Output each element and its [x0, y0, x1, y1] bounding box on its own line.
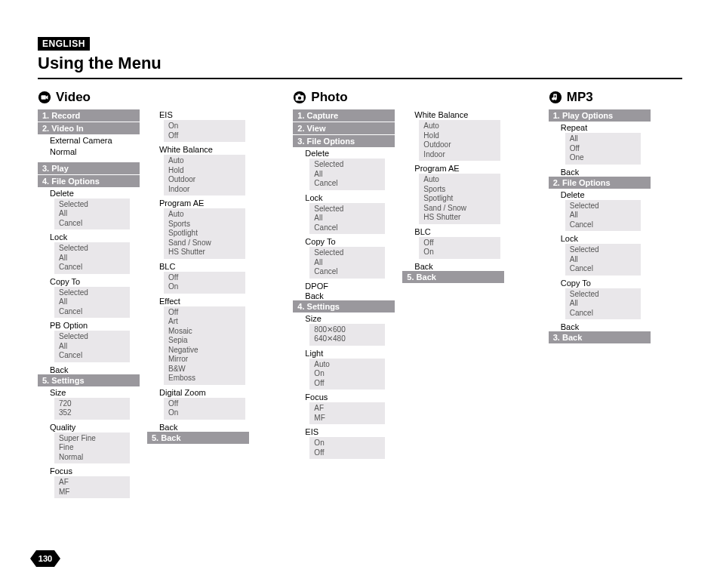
label-delete: Delete	[38, 188, 140, 198]
menu-play: 3. Play	[38, 162, 140, 174]
label-delete: Delete	[549, 189, 651, 199]
menu-play-options: 1. Play Options	[549, 109, 651, 122]
opts-program-ae: AutoSportsSpotlightSand / SnowHS Shutter	[419, 174, 500, 224]
label-digital-zoom: Digital Zoom	[147, 387, 249, 397]
label-lock: Lock	[549, 233, 651, 243]
label-copyto: Copy To	[549, 278, 651, 288]
label-light: Light	[293, 348, 395, 358]
music-note-icon	[549, 91, 562, 104]
menu-capture: 1. Capture	[293, 109, 395, 122]
video-in-opt: External Camera	[38, 135, 140, 146]
svg-rect-1	[42, 95, 46, 99]
opts-copyto: SelectedAllCancel	[54, 287, 130, 319]
menu-back: 3. Back	[549, 331, 651, 343]
menu-settings: 5. Settings	[38, 374, 140, 386]
mp3-col: 1. Play Options Repeat AllOffOne Back 2.…	[549, 109, 651, 343]
label-copyto: Copy To	[293, 236, 395, 246]
menu-record: 1. Record	[38, 109, 140, 122]
sections-row: Video 1. Record 2. Video In External Cam…	[38, 90, 682, 500]
opts-digital-zoom: OffOn	[164, 398, 245, 420]
opts-focus: AFMF	[54, 476, 130, 498]
opts-eis: OnOff	[164, 120, 245, 142]
opts-blc: OffOn	[419, 237, 500, 259]
camera-icon	[293, 91, 306, 104]
label-blc: BLC	[147, 261, 249, 271]
svg-rect-4	[298, 94, 301, 97]
label-program-ae: Program AE	[402, 163, 504, 173]
photo-col-1: 1. Capture 2. View 3. File Options Delet…	[293, 109, 395, 461]
section-mp3: MP3 1. Play Options Repeat AllOffOne Bac…	[549, 90, 682, 500]
opts-wb: AutoHoldOutdoorIndoor	[419, 120, 500, 161]
opts-copyto: SelectedAllCancel	[309, 247, 385, 279]
svg-text:130: 130	[38, 554, 52, 563]
label-wb: White Balance	[402, 109, 504, 119]
opts-lock: SelectedAllCancel	[309, 203, 385, 235]
label-back: Back	[402, 261, 504, 271]
label-size: Size	[293, 313, 395, 323]
opts-copyto: SelectedAllCancel	[565, 288, 641, 320]
menu-file-options: 3. File Options	[293, 135, 395, 147]
opts-focus: AFMF	[309, 402, 385, 424]
label-back: Back	[293, 291, 395, 300]
label-back: Back	[147, 422, 249, 432]
opts-repeat: AllOffOne	[565, 133, 641, 165]
label-lock: Lock	[38, 232, 140, 242]
menu-back: 5. Back	[147, 432, 249, 444]
menu-video-in: 2. Video In	[38, 122, 140, 134]
menu-view: 2. View	[293, 122, 395, 134]
mp3-title: MP3	[567, 90, 593, 105]
section-video: Video 1. Record 2. Video In External Cam…	[38, 90, 281, 500]
label-focus: Focus	[293, 392, 395, 402]
menu-settings: 4. Settings	[293, 300, 395, 312]
opts-lock: SelectedAllCancel	[54, 242, 130, 274]
menu-file-options: 2. File Options	[549, 177, 651, 189]
opts-wb: AutoHoldOutdoorIndoor	[164, 155, 245, 195]
label-back: Back	[549, 322, 651, 331]
label-pboption: PB Option	[38, 320, 140, 330]
photo-col-2: White Balance AutoHoldOutdoorIndoor Prog…	[402, 109, 504, 461]
opts-blc: OffOn	[164, 272, 245, 294]
label-quality: Quality	[38, 422, 140, 432]
label-delete: Delete	[293, 148, 395, 158]
section-photo: Photo 1. Capture 2. View 3. File Options…	[293, 90, 536, 500]
label-program-ae: Program AE	[147, 198, 249, 208]
opts-size: 800✕600640✕480	[309, 324, 385, 346]
opts-quality: Super FineFineNormal	[54, 433, 130, 464]
video-col-1: 1. Record 2. Video In External Camera No…	[38, 109, 140, 500]
label-size: Size	[38, 387, 140, 397]
video-icon	[38, 91, 51, 104]
video-col-2: EIS OnOff White Balance AutoHoldOutdoorI…	[147, 109, 249, 500]
label-focus: Focus	[38, 466, 140, 476]
menu-back: 5. Back	[402, 271, 504, 283]
label-blc: BLC	[402, 226, 504, 236]
mp3-header: MP3	[549, 90, 682, 105]
page-number: 130	[30, 550, 60, 570]
photo-header: Photo	[293, 90, 536, 105]
svg-point-6	[549, 91, 562, 103]
label-repeat: Repeat	[549, 122, 651, 132]
video-title: Video	[56, 90, 91, 105]
page-title: Using the Menu	[38, 51, 682, 79]
label-copyto: Copy To	[38, 276, 140, 286]
opts-lock: SelectedAllCancel	[565, 244, 641, 276]
video-header: Video	[38, 90, 281, 105]
label-eis: EIS	[293, 426, 395, 436]
svg-point-5	[298, 97, 301, 100]
language-badge: ENGLISH	[38, 37, 90, 51]
video-in-opt: Normal	[38, 146, 140, 158]
label-wb: White Balance	[147, 144, 249, 154]
opts-effect: OffArtMosaicSepiaNegativeMirrorB&WEmboss	[164, 306, 245, 385]
opts-delete: SelectedAllCancel	[54, 199, 130, 230]
label-effect: Effect	[147, 296, 249, 306]
opts-light: AutoOnOff	[309, 359, 385, 390]
label-back: Back	[549, 167, 651, 177]
opts-program-ae: AutoSportsSpotlightSand / SnowHS Shutter	[164, 208, 245, 259]
photo-title: Photo	[311, 90, 347, 105]
label-back: Back	[38, 365, 140, 374]
menu-file-options: 4. File Options	[38, 175, 140, 187]
opts-pboption: SelectedAllCancel	[54, 331, 130, 362]
label-lock: Lock	[293, 192, 395, 202]
opts-eis: OnOff	[309, 437, 385, 459]
label-dpof: DPOF	[293, 281, 395, 291]
opts-size: 720352	[54, 398, 130, 420]
